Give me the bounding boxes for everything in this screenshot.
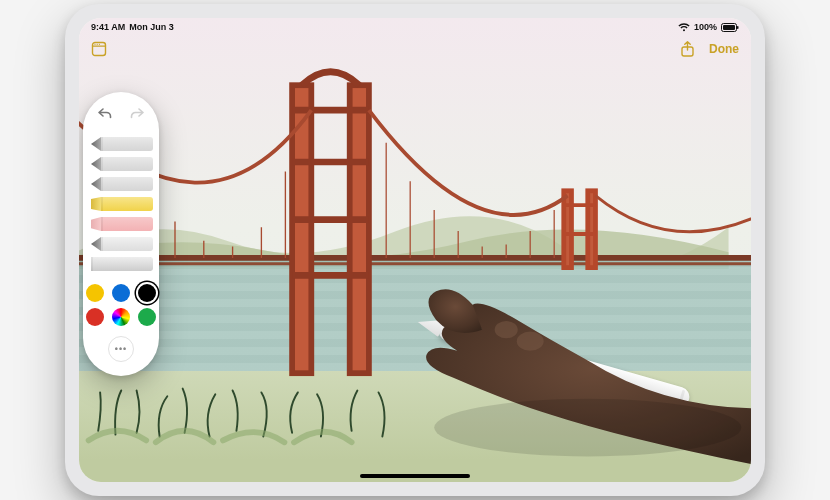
- swatch-red[interactable]: [86, 308, 104, 326]
- tool-pencil[interactable]: [91, 174, 153, 194]
- wifi-icon: [678, 23, 690, 32]
- ipad-screen: 9:41 AM Mon Jun 3 100%: [79, 18, 751, 482]
- svg-point-5: [97, 44, 98, 45]
- svg-point-6: [99, 44, 100, 45]
- tool-marker[interactable]: [91, 154, 153, 174]
- swatch-black[interactable]: [138, 284, 156, 302]
- bridge-illustration: [79, 18, 751, 469]
- drawing-tool-palette: •••: [83, 92, 159, 376]
- status-bar: 9:41 AM Mon Jun 3 100%: [79, 18, 751, 36]
- svg-rect-11: [350, 85, 369, 373]
- swatch-yellow[interactable]: [86, 284, 104, 302]
- status-time: 9:41 AM: [91, 22, 125, 32]
- more-tools-button[interactable]: •••: [108, 336, 134, 362]
- app-toolbar: Done: [79, 36, 751, 62]
- tool-pen[interactable]: [91, 134, 153, 154]
- svg-rect-9: [588, 191, 596, 268]
- done-button[interactable]: Done: [709, 42, 739, 56]
- svg-point-4: [94, 44, 95, 45]
- svg-rect-1: [723, 25, 735, 30]
- status-battery-text: 100%: [694, 22, 717, 32]
- tool-ruler[interactable]: [91, 254, 153, 274]
- swatch-color-picker[interactable]: [112, 308, 130, 326]
- tool-lasso[interactable]: [91, 234, 153, 254]
- battery-full-icon: [721, 23, 739, 32]
- tool-list: [91, 134, 151, 274]
- redo-button[interactable]: [127, 104, 147, 124]
- tool-highlighter[interactable]: [91, 194, 153, 214]
- notes-app-icon[interactable]: [91, 41, 107, 57]
- svg-rect-2: [737, 26, 739, 29]
- color-swatches: [86, 284, 156, 326]
- swatch-blue[interactable]: [112, 284, 130, 302]
- home-indicator[interactable]: [360, 474, 470, 478]
- tool-eraser[interactable]: [91, 214, 153, 234]
- share-icon[interactable]: [680, 41, 695, 57]
- undo-button[interactable]: [95, 104, 115, 124]
- svg-rect-8: [564, 191, 572, 268]
- status-date: Mon Jun 3: [129, 22, 174, 32]
- ipad-device-frame: 9:41 AM Mon Jun 3 100%: [65, 4, 765, 496]
- drawing-canvas[interactable]: [79, 18, 751, 482]
- swatch-green[interactable]: [138, 308, 156, 326]
